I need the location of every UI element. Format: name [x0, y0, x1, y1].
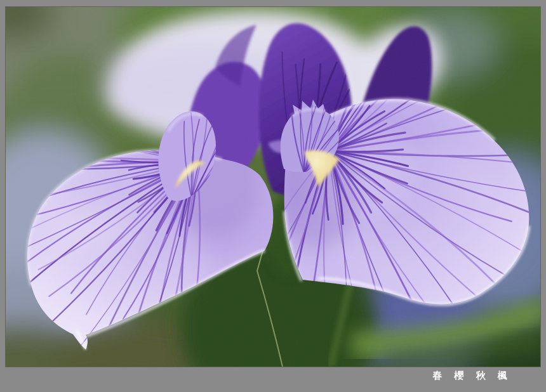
photo-frame: 春 櫻 秋 楓	[0, 0, 546, 392]
film-grain-overlay	[6, 7, 540, 367]
caption-text: 春 櫻 秋 楓	[432, 370, 512, 382]
iris-photo-canvas	[6, 7, 540, 367]
iris-photograph	[6, 7, 540, 367]
